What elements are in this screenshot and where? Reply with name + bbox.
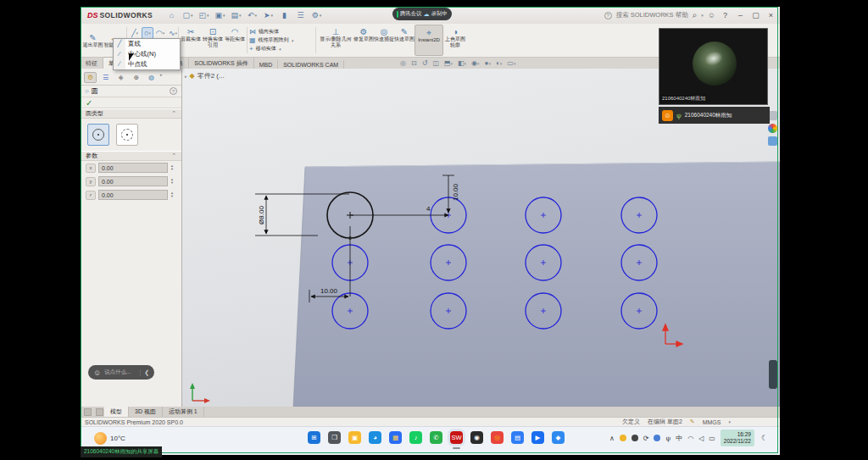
circle-type-section-header[interactable]: 圆类型 ⌃ — [81, 108, 181, 119]
select-icon[interactable]: ➤▾ — [261, 9, 275, 22]
center-circle-type-button[interactable] — [87, 124, 109, 146]
viewport-side-handle[interactable] — [769, 360, 777, 389]
horizontal-spacing-dimension[interactable]: 4 — [426, 205, 431, 213]
zoom-fit-icon[interactable]: ◎ — [400, 59, 406, 67]
circle-tool-button[interactable]: ○▾ — [142, 27, 153, 39]
pm-ok-button[interactable]: ✓ — [81, 97, 181, 108]
offset-entities-button[interactable]: ◠ 等距实体 — [225, 25, 245, 56]
property-manager-tab[interactable]: ⚙ — [84, 72, 97, 83]
arc-tool-button[interactable]: ◠▾ — [154, 27, 166, 39]
ime-indicator[interactable]: 中 — [676, 434, 682, 443]
sketch-edit-icon[interactable]: ✎ — [690, 418, 695, 425]
param-center-x-spinner[interactable]: ▲▼ — [170, 164, 176, 171]
search-icon[interactable]: ⌕ — [693, 10, 698, 20]
instant2d-button[interactable]: ⌖ Instant2D — [415, 25, 443, 56]
diameter-dimension[interactable]: Ø8.00 — [258, 206, 265, 224]
tab-cam[interactable]: SOLIDWORKS CAM — [278, 60, 344, 69]
task-view-button[interactable]: ❐ — [328, 431, 341, 444]
exit-sketch-button[interactable]: ✎ 退出草图 — [82, 25, 103, 56]
display-style-icon[interactable]: ◧▾ — [458, 59, 466, 67]
webcam-panel[interactable]: 2106040240林雨知 — [659, 28, 768, 105]
panel-tabs-overflow-icon[interactable]: ▸ — [160, 72, 163, 83]
view-orientation-icon[interactable]: ⬒▾ — [444, 59, 453, 67]
rebuild-icon[interactable]: ▮ — [277, 9, 292, 22]
spline-tool-button[interactable]: ∿▾ — [167, 27, 179, 39]
meeting-status-pill[interactable]: 腾讯会议 ☁ 录制中 — [392, 8, 452, 20]
weather-widget[interactable]: 10°C — [94, 432, 125, 445]
appearance-tab[interactable]: ◈ — [114, 72, 127, 83]
line-tool-button[interactable]: ╱▾ — [129, 27, 141, 39]
flyout-feature-tree[interactable]: ▸ ◆ 零件2 (... — [185, 71, 225, 80]
search-caret-icon[interactable]: ▾ — [701, 13, 704, 18]
battery-icon[interactable]: ▭ — [709, 435, 715, 442]
taskbar-clock[interactable]: 16:29 2022/11/22 — [721, 430, 754, 446]
file-properties-icon[interactable]: ☰ — [293, 9, 308, 22]
param-center-x-input[interactable]: 0.00 — [98, 163, 168, 173]
open-icon[interactable]: ◰▾ — [197, 9, 211, 22]
tray-app-icon[interactable] — [654, 435, 660, 441]
zoom-area-icon[interactable]: ⊡ — [411, 59, 417, 67]
file-explorer-icon[interactable]: ▣ — [348, 431, 361, 444]
home-icon[interactable]: ⌂ — [164, 9, 179, 22]
mirror-entities-button[interactable]: ⋈镜向实体 — [249, 28, 314, 36]
search-help-label[interactable]: 搜索 SOLIDWORKS 帮助 — [616, 11, 688, 19]
quick-snaps-button[interactable]: ◎ 快速捕捉 — [374, 25, 394, 56]
display-pane-tab[interactable]: ◍ — [145, 72, 158, 83]
section-view-icon[interactable]: ◫ — [432, 59, 439, 67]
qq-music-icon[interactable]: ♪ — [409, 431, 422, 444]
param-radius-spinner[interactable]: ▲▼ — [170, 191, 176, 198]
tray-expand-icon[interactable]: ∧ — [609, 435, 615, 442]
display-delete-relations-button[interactable]: ⊥ 显示/删除几何关系 — [318, 25, 353, 56]
desktop-icon-blue-app[interactable] — [768, 136, 777, 146]
tab-mbd[interactable]: MBD — [254, 60, 279, 69]
chrome-icon[interactable]: ◎ — [491, 431, 504, 444]
qq-icon[interactable]: ◉ — [470, 431, 483, 444]
units-selector[interactable]: MMGS — [703, 419, 721, 425]
desktop-icon-color-wheel[interactable] — [768, 124, 777, 133]
solidworks-icon[interactable]: SW — [450, 431, 463, 444]
param-center-y-input[interactable]: 0.00 — [98, 176, 168, 186]
print-icon[interactable]: ▤▾ — [229, 9, 243, 22]
chat-placeholder[interactable]: 说点什么... — [104, 369, 136, 376]
blue-app-icon[interactable]: ◆ — [552, 431, 565, 444]
edge-icon[interactable]: ◕ — [369, 431, 381, 444]
store-icon[interactable]: ▦ — [389, 431, 402, 444]
feature-manager-tab[interactable]: ☰ — [99, 72, 112, 83]
tab-splitter-icon[interactable] — [84, 408, 92, 416]
convert-entities-button[interactable]: ⊡ 转换实体引用 — [201, 25, 225, 56]
shaded-sketch-contours-button[interactable]: ◑ 上色草图轮廓 — [443, 25, 467, 56]
apply-scene-icon[interactable]: ◐▾ — [496, 59, 502, 67]
start-button[interactable]: ⊞ — [308, 431, 320, 444]
repair-sketch-button[interactable]: ⚙ 修复草图 — [353, 25, 374, 56]
options-icon[interactable]: ⚙▾ — [309, 9, 324, 22]
rapid-sketch-button[interactable]: ✎ 快速草图 — [394, 25, 415, 56]
param-radius-input[interactable]: 0.00 — [98, 190, 168, 200]
pm-help-icon[interactable]: ? — [170, 87, 177, 95]
trim-entities-button[interactable]: ✂ 剪裁实体 — [181, 25, 201, 56]
doc-tab-3d-views[interactable]: 3D 视图 — [129, 407, 163, 417]
tray-qq-icon[interactable] — [632, 435, 638, 441]
move-entities-button[interactable]: +移动实体▾ — [249, 45, 314, 53]
parameters-section-header[interactable]: 参数 ⌃ — [81, 151, 181, 161]
save-icon[interactable]: ▣▾ — [213, 9, 227, 22]
view-settings-icon[interactable]: ▭▾ — [507, 59, 515, 67]
notification-moon-icon[interactable]: ☾ — [761, 434, 768, 442]
help-badge-icon[interactable]: ? — [604, 12, 612, 19]
wechat-icon[interactable]: ✆ — [430, 431, 442, 444]
tab-features[interactable]: 特征 — [81, 58, 103, 69]
tree-expand-icon[interactable]: ▸ — [185, 74, 187, 79]
perimeter-circle-type-button[interactable] — [116, 124, 138, 146]
tray-weather-icon[interactable] — [620, 435, 626, 441]
left-offset-dimension[interactable]: 10.00 — [320, 287, 338, 295]
doc-tab-motion-study[interactable]: 运动算例 1 — [163, 407, 204, 417]
menu-item-midpoint-line[interactable]: ∕中点线 — [114, 59, 180, 69]
dimxpert-tab[interactable]: ⊕ — [130, 72, 142, 83]
doc-tab-model[interactable]: 模型 — [104, 407, 129, 417]
new-document-icon[interactable]: ▢▾ — [181, 9, 195, 22]
menu-item-centerline[interactable]: ⁄中心线(N) — [114, 49, 180, 59]
collapse-bubble-icon[interactable]: ❮ — [140, 369, 149, 376]
meeting-member-bar[interactable]: ☺ ψ 2106040240林雨知 — [659, 107, 770, 124]
microphone-icon[interactable]: ψ — [665, 435, 670, 442]
tab-scroll-icon[interactable] — [96, 408, 103, 416]
tab-addins[interactable]: SOLIDWORKS 插件 — [189, 58, 253, 69]
